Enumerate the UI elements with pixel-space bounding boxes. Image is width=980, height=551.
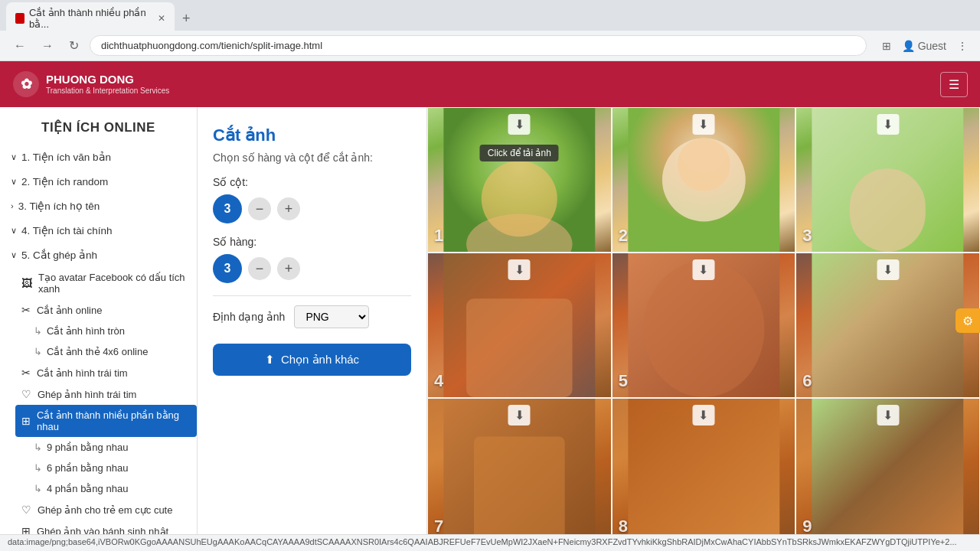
form-subtitle: Chọn số hàng và cột để cắt ảnh: <box>213 152 411 164</box>
sidebar-item-label: 3. Tiện ích họ tên <box>18 200 100 212</box>
sidebar-sub-6-phan[interactable]: ↳ 6 phần bằng nhau <box>15 458 197 478</box>
sidebar-item-van-ban[interactable]: ∨ 1. Tiện ích văn bản <box>0 145 197 169</box>
account-button[interactable]: 👤 Guest <box>899 37 949 55</box>
arrow-icon: ∨ <box>11 152 17 162</box>
address-bar: ← → ↻ ⊞ 👤 Guest ⋮ <box>0 31 980 60</box>
image-grid-panel: ⬇ Click để tải ảnh 1 <box>427 107 980 534</box>
grid-number-1: 1 <box>434 226 443 246</box>
grid-icon: ⊞ <box>21 415 31 427</box>
sidebar-sub-cat-hinh-tron[interactable]: ↳ Cắt ảnh hình tròn <box>15 321 197 341</box>
address-input[interactable] <box>90 35 867 56</box>
scissors-icon: ✂ <box>21 304 31 316</box>
sidebar-sub-ghep-tre-em[interactable]: ♡ Ghép ảnh cho trẻ em cực cute <box>15 499 197 520</box>
sidebar-sub-ghep-hinh-trai-tim[interactable]: ♡ Ghép ảnh hình trái tim <box>15 383 197 405</box>
download-button-7[interactable]: ⬇ <box>508 405 531 425</box>
grid-icon: ⊞ <box>21 525 31 534</box>
forward-button[interactable]: → <box>37 37 58 54</box>
translate-button[interactable]: ⊞ <box>879 37 894 55</box>
hook-icon: ↳ <box>34 325 42 337</box>
grid-number-8: 8 <box>619 517 628 534</box>
status-bar: data:image/png;base64,iVBORw0KGgoAAAANSU… <box>0 534 980 551</box>
sidebar-item-label: 5. Cắt ghép ảnh <box>21 249 97 261</box>
format-label: Định dạng ảnh <box>213 311 285 323</box>
grid-number-5: 5 <box>619 371 628 391</box>
sidebar-item-cat-ghep[interactable]: ∨ 5. Cắt ghép ảnh <box>0 243 197 267</box>
svg-rect-9 <box>850 168 926 252</box>
grid-number-4: 4 <box>434 371 443 391</box>
row-label: Số hàng: <box>213 236 411 248</box>
arrow-icon: ∨ <box>11 250 17 260</box>
app-header: ✿ PHUONG DONG Translation & Interpretati… <box>0 61 980 107</box>
logo-text: PHUONG DONG Translation & Interpretation… <box>46 73 169 96</box>
download-button-2[interactable]: ⬇ <box>692 114 714 135</box>
download-button-6[interactable]: ⬇ <box>877 259 899 280</box>
hook-icon: ↳ <box>34 346 42 357</box>
sidebar-sub-cat-anh-online[interactable]: ✂ Cắt ảnh online <box>15 299 197 321</box>
choose-image-button[interactable]: ⬆ Chọn ảnh khác <box>213 344 411 376</box>
form-panel: Cắt ảnh Chọn số hàng và cột để cắt ảnh: … <box>198 107 427 534</box>
download-button-3[interactable]: ⬇ <box>877 114 899 135</box>
sidebar-sub-9-phan[interactable]: ↳ 9 phần bằng nhau <box>15 437 197 458</box>
download-button-8[interactable]: ⬇ <box>692 405 714 425</box>
sidebar-item-random[interactable]: ∨ 2. Tiện ích random <box>0 169 197 194</box>
menu-button[interactable]: ⋮ <box>954 37 971 55</box>
back-button[interactable]: ← <box>9 37 31 54</box>
hook-icon: ↳ <box>34 442 42 453</box>
logo-icon: ✿ <box>12 70 40 98</box>
tab-bar: Cắt ảnh thành nhiều phần bằ... ✕ + <box>0 0 980 31</box>
grid-number-9: 9 <box>802 517 812 534</box>
arrow-icon: › <box>11 201 14 210</box>
grid-number-6: 6 <box>802 371 812 391</box>
download-button-4[interactable]: ⬇ <box>508 259 531 280</box>
tab-title: Cắt ảnh thành nhiều phần bằ... <box>29 7 149 30</box>
svg-point-7 <box>677 139 730 191</box>
sidebar-item-label: 4. Tiện ích tài chính <box>21 224 113 236</box>
hook-icon: ↳ <box>34 483 42 494</box>
col-increment-button[interactable]: + <box>277 197 300 220</box>
download-button-5[interactable]: ⬇ <box>692 259 714 280</box>
tab-close-button[interactable]: ✕ <box>158 13 165 24</box>
sidebar-item-ho-ten[interactable]: › 3. Tiện ích họ tên <box>0 194 197 218</box>
download-button-9[interactable]: ⬇ <box>877 405 899 425</box>
row-value-display: 3 <box>213 254 242 283</box>
grid-number-2: 2 <box>619 226 628 246</box>
refresh-button[interactable]: ↻ <box>64 37 83 54</box>
col-decrement-button[interactable]: − <box>248 197 271 220</box>
download-button-1[interactable]: ⬇ <box>508 114 531 135</box>
form-title: Cắt ảnh <box>213 126 411 145</box>
grid-cell-3: ⬇ 3 <box>795 107 980 253</box>
sidebar-sub-cat-the-4x6[interactable]: ↳ Cắt ảnh thẻ 4x6 online <box>15 341 197 362</box>
sidebar-sub-avatar-fb[interactable]: 🖼 Tạo avatar Facebook có dấu tích xanh <box>15 267 197 299</box>
svg-point-4 <box>482 161 557 236</box>
avatar-fb-icon: 🖼 <box>21 277 32 289</box>
sidebar-title: TIỆN ÍCH ONLINE <box>0 107 197 145</box>
sidebar-sub-ghep-banh[interactable]: ⊞ Ghép ảnh vào bánh sinh nhật <box>15 520 197 534</box>
row-decrement-button[interactable]: − <box>248 257 271 280</box>
arrow-icon: ∨ <box>11 226 17 236</box>
sidebar-sub-cat-nhieu-phan[interactable]: ⊞ Cắt ảnh thành nhiều phần bằng nhau <box>15 405 197 437</box>
row-increment-button[interactable]: + <box>277 257 300 280</box>
row-counter-row: 3 − + <box>213 254 411 283</box>
svg-text:✿: ✿ <box>21 77 32 92</box>
app-layout: ✿ PHUONG DONG Translation & Interpretati… <box>0 61 980 551</box>
grid-cell-7: ⬇ 7 <box>427 398 612 534</box>
svg-point-13 <box>643 261 764 397</box>
active-tab[interactable]: Cắt ảnh thành nhiều phần bằ... ✕ <box>6 2 175 34</box>
browser-actions: ⊞ 👤 Guest ⋮ <box>879 37 971 55</box>
format-select[interactable]: PNG JPG WEBP <box>294 305 369 328</box>
sidebar-sub-4-phan[interactable]: ↳ 4 phần bằng nhau <box>15 478 197 499</box>
sidebar: TIỆN ÍCH ONLINE ∨ 1. Tiện ích văn bản ∨ … <box>0 107 198 534</box>
grid-number-7: 7 <box>434 517 443 534</box>
grid-cell-6: ⬇ 6 <box>795 253 980 398</box>
floating-settings-button[interactable]: ⚙ <box>956 308 980 333</box>
grid-cell-9: ⬇ 9 <box>795 398 980 534</box>
new-tab-button[interactable]: + <box>178 11 195 27</box>
content-area: Cắt ảnh Chọn số hàng và cột để cắt ảnh: … <box>198 107 980 534</box>
sidebar-sub-cat-hinh-trai-tim[interactable]: ✂ Cắt ảnh hình trái tim <box>15 362 197 383</box>
format-row: Định dạng ảnh PNG JPG WEBP <box>213 305 411 328</box>
grid-cell-4: ⬇ 4 <box>427 253 612 398</box>
tab-favicon <box>15 13 24 24</box>
sidebar-item-tai-chinh[interactable]: ∨ 4. Tiện ích tài chính <box>0 218 197 243</box>
hamburger-button[interactable]: ☰ <box>940 72 968 97</box>
grid-number-3: 3 <box>802 226 812 246</box>
